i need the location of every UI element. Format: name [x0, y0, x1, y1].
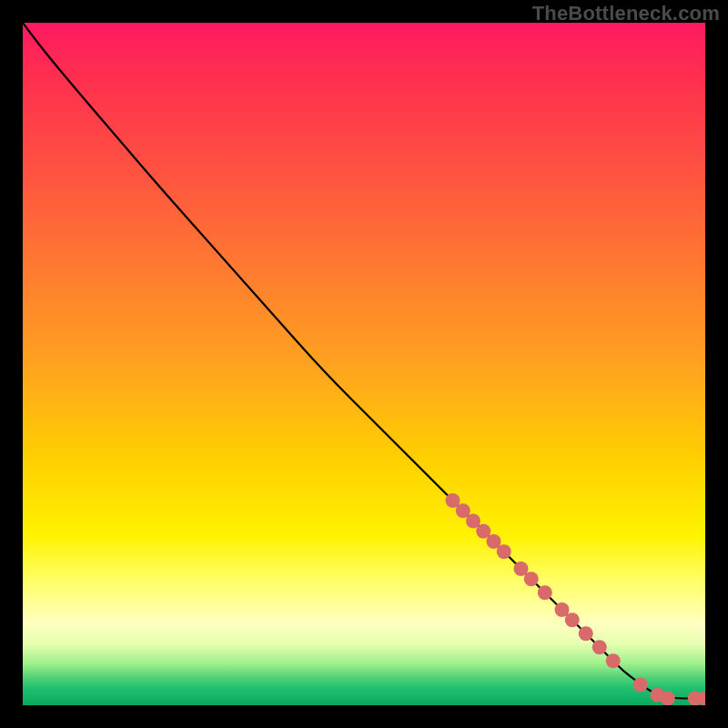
marker-dot	[579, 626, 593, 641]
watermark-text: TheBottleneck.com	[532, 2, 720, 25]
curve-path	[23, 23, 705, 699]
marker-dot	[524, 571, 539, 586]
marker-dot	[633, 678, 648, 693]
marker-dot	[497, 544, 511, 559]
marker-dot	[592, 640, 607, 654]
chart-overlay	[23, 23, 705, 705]
marker-dot	[661, 692, 675, 706]
marker-dot	[565, 612, 580, 627]
chart-frame: TheBottleneck.com	[0, 0, 728, 728]
highlight-markers	[446, 493, 706, 705]
marker-dot	[606, 653, 621, 668]
marker-dot	[538, 585, 552, 600]
